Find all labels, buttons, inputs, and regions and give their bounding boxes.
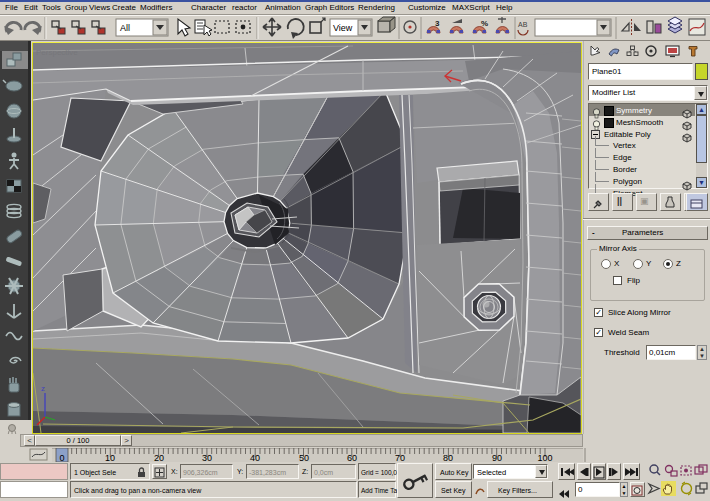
svg-text:90: 90 [492, 453, 502, 462]
svg-text:0: 0 [59, 453, 64, 462]
svg-text:10: 10 [105, 453, 115, 462]
svg-text:30: 30 [202, 453, 212, 462]
svg-text:40: 40 [250, 453, 260, 462]
svg-text:100: 100 [537, 453, 552, 462]
svg-text:All: All [120, 23, 130, 33]
svg-text:Perspective: Perspective [36, 48, 78, 57]
svg-text:70: 70 [395, 453, 405, 462]
svg-text:View: View [333, 23, 353, 33]
svg-text:z: z [41, 384, 45, 393]
svg-text:50: 50 [299, 453, 309, 462]
svg-text:3: 3 [435, 19, 440, 28]
svg-text:60: 60 [347, 453, 357, 462]
svg-text:20: 20 [154, 453, 164, 462]
svg-text:AB: AB [518, 21, 528, 28]
svg-text:%: % [481, 19, 488, 28]
svg-text:80: 80 [443, 453, 453, 462]
